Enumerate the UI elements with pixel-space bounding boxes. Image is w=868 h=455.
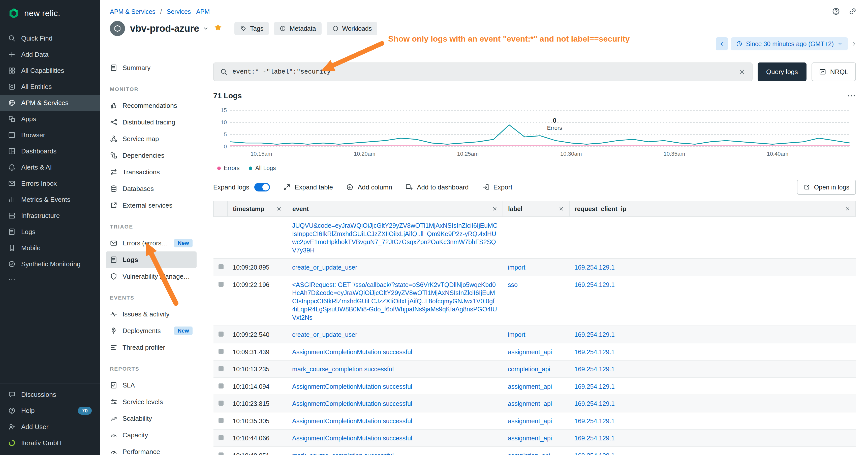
- breadcrumb-link-services[interactable]: Services - APM: [166, 8, 210, 15]
- log-row[interactable]: 10:10:35.305AssignmentCompletionMutation…: [214, 412, 856, 429]
- column-header-request-client-ip[interactable]: request_client_ip: [569, 201, 856, 217]
- subnav-item-service-levels[interactable]: Service levels: [106, 393, 196, 410]
- row-select-checkbox[interactable]: [218, 400, 223, 405]
- help-icon[interactable]: [832, 7, 840, 15]
- event-link[interactable]: AssignmentCompletionMutation successful: [292, 418, 412, 424]
- tags-chip[interactable]: Tags: [235, 22, 269, 35]
- label-link[interactable]: import: [508, 264, 525, 271]
- sidebar-item-alerts-ai[interactable]: Alerts & AI: [0, 159, 100, 175]
- log-row[interactable]: JUQVU&code=eyJraWQiOiJjcGltY29yZV8wOTl1M…: [214, 217, 856, 259]
- log-row[interactable]: 10:09:22.196<ASGIRequest: GET '/sso/call…: [214, 276, 856, 326]
- subnav-item-capacity[interactable]: Capacity: [106, 427, 196, 444]
- tool-add-to-dashboard[interactable]: Add to dashboard: [405, 184, 468, 191]
- subnav-item-vulnerability-management[interactable]: Vulnerability Management: [106, 268, 196, 285]
- sidebar-item-all-entities[interactable]: All Entities: [0, 78, 100, 95]
- clear-query-icon[interactable]: [739, 68, 745, 75]
- column-close-icon[interactable]: [276, 206, 282, 212]
- row-select-checkbox[interactable]: [218, 418, 223, 423]
- ip-link[interactable]: 169.254.129.1: [575, 331, 615, 338]
- row-select-checkbox[interactable]: [218, 366, 223, 371]
- row-select-checkbox[interactable]: [218, 384, 223, 389]
- subnav-item-deployments[interactable]: DeploymentsNew: [106, 323, 196, 339]
- sidebar-item-errors-inbox[interactable]: Errors Inbox: [0, 175, 100, 192]
- new-relic-logo[interactable]: new relic.: [0, 0, 100, 30]
- column-header-timestamp[interactable]: timestamp: [227, 201, 287, 217]
- event-link[interactable]: create_or_update_user: [292, 331, 358, 338]
- event-link[interactable]: AssignmentCompletionMutation successful: [292, 434, 412, 442]
- row-select-checkbox[interactable]: [218, 331, 223, 336]
- workloads-chip[interactable]: Workloads: [327, 22, 377, 35]
- row-select-checkbox[interactable]: [218, 435, 223, 440]
- sidebar-item-metrics-events[interactable]: Metrics & Events: [0, 192, 100, 207]
- event-link[interactable]: mark_course_completion successful: [292, 365, 394, 372]
- breadcrumb-link-apm[interactable]: APM & Services: [110, 8, 155, 15]
- column-header-label[interactable]: label: [503, 201, 569, 217]
- ip-link[interactable]: 169.254.129.1: [575, 281, 615, 288]
- log-query-input[interactable]: event:* -"label":"security": [213, 63, 752, 81]
- column-close-icon[interactable]: [558, 206, 564, 212]
- subnav-item-logs[interactable]: Logs: [106, 252, 196, 268]
- column-close-icon[interactable]: [845, 206, 850, 212]
- sidebar-item-all-capabilities[interactable]: All Capabilities: [0, 63, 100, 78]
- subnav-item-scalability[interactable]: Scalability: [106, 410, 196, 427]
- event-link[interactable]: AssignmentCompletionMutation successful: [292, 400, 412, 407]
- tool-expand-table[interactable]: Expand table: [283, 184, 333, 191]
- subnav-item-service-map[interactable]: Service map: [106, 130, 196, 147]
- label-link[interactable]: assignment_api: [508, 434, 552, 442]
- query-text[interactable]: event:* -"label":"security": [232, 68, 734, 75]
- subnav-item-errors-errors-inb[interactable]: Errors (errors inb...New: [106, 235, 196, 252]
- ip-link[interactable]: 169.254.129.1: [575, 434, 615, 442]
- ip-link[interactable]: 169.254.129.1: [575, 349, 615, 356]
- label-link[interactable]: completion_api: [508, 365, 550, 372]
- ip-link[interactable]: 169.254.129.1: [575, 418, 615, 424]
- time-range-selector[interactable]: Since 30 minutes ago (GMT+2): [731, 37, 848, 51]
- log-row[interactable]: 10:09:22.540create_or_update_userimport1…: [214, 326, 856, 343]
- sidebar-item-mobile[interactable]: Mobile: [0, 240, 100, 256]
- sidebar-item-apps[interactable]: Apps: [0, 111, 100, 127]
- label-link[interactable]: completion_api: [508, 452, 550, 455]
- log-row[interactable]: 10:10:49.051mark_course_completion succe…: [214, 447, 856, 455]
- log-row[interactable]: 10:10:14.094AssignmentCompletionMutation…: [214, 378, 856, 395]
- query-logs-button[interactable]: Query logs: [757, 63, 806, 81]
- row-select-checkbox[interactable]: [218, 282, 223, 287]
- label-link[interactable]: sso: [508, 281, 518, 288]
- subnav-item-recommendations[interactable]: Recommendations: [106, 97, 196, 114]
- sidebar-item-dashboards[interactable]: Dashboards: [0, 143, 100, 159]
- tool-expand-logs[interactable]: Expand logs: [213, 183, 270, 192]
- legend-item-errors[interactable]: Errors: [217, 165, 240, 171]
- ip-link[interactable]: 169.254.129.1: [575, 452, 615, 455]
- sidebar-more-button[interactable]: [0, 272, 100, 286]
- subnav-item-performance[interactable]: Performance: [106, 444, 196, 455]
- subnav-item-transactions[interactable]: Transactions: [106, 164, 196, 181]
- row-select-checkbox[interactable]: [218, 453, 223, 455]
- subnav-item-summary[interactable]: Summary: [106, 60, 196, 76]
- subnav-item-distributed-tracing[interactable]: Distributed tracing: [106, 114, 196, 130]
- tool-add-column[interactable]: Add column: [346, 184, 392, 191]
- log-row[interactable]: 10:09:20.895create_or_update_userimport1…: [214, 259, 856, 276]
- expand-logs-toggle[interactable]: [254, 183, 270, 192]
- log-row[interactable]: 10:10:13.235mark_course_completion succe…: [214, 360, 856, 378]
- column-close-icon[interactable]: [492, 206, 497, 212]
- event-link[interactable]: JUQVU&code=eyJraWQiOiJjcGltY29yZV8wOTl1M…: [292, 222, 497, 254]
- event-link[interactable]: create_or_update_user: [292, 264, 358, 271]
- time-next-button[interactable]: [851, 41, 857, 47]
- log-row[interactable]: 10:10:23.815AssignmentCompletionMutation…: [214, 395, 856, 412]
- legend-item-all-logs[interactable]: All Logs: [249, 165, 276, 171]
- label-link[interactable]: assignment_api: [508, 383, 552, 390]
- ip-link[interactable]: 169.254.129.1: [575, 264, 615, 271]
- nrql-button[interactable]: NRQL: [811, 63, 856, 81]
- sidebar-item-quick-find[interactable]: Quick Find: [0, 30, 100, 46]
- sidebar-item-synthetic-monitoring[interactable]: Synthetic Monitoring: [0, 256, 100, 272]
- sidebar-item-infrastructure[interactable]: Infrastructure: [0, 207, 100, 224]
- sidebar-item-logs[interactable]: Logs: [0, 224, 100, 240]
- ip-link[interactable]: 169.254.129.1: [575, 400, 615, 407]
- time-prev-button[interactable]: [716, 37, 728, 51]
- sidebar-item-apm-services[interactable]: APM & Services: [0, 95, 100, 111]
- subnav-item-sla[interactable]: SLA: [106, 377, 196, 393]
- metadata-chip[interactable]: Metadata: [274, 22, 321, 35]
- link-icon[interactable]: [848, 7, 857, 15]
- favorite-star-button[interactable]: [209, 23, 228, 34]
- open-in-logs-button[interactable]: Open in logs: [797, 180, 856, 195]
- row-select-checkbox[interactable]: [218, 264, 223, 269]
- sidebar-item-add-user[interactable]: Add User: [0, 419, 100, 435]
